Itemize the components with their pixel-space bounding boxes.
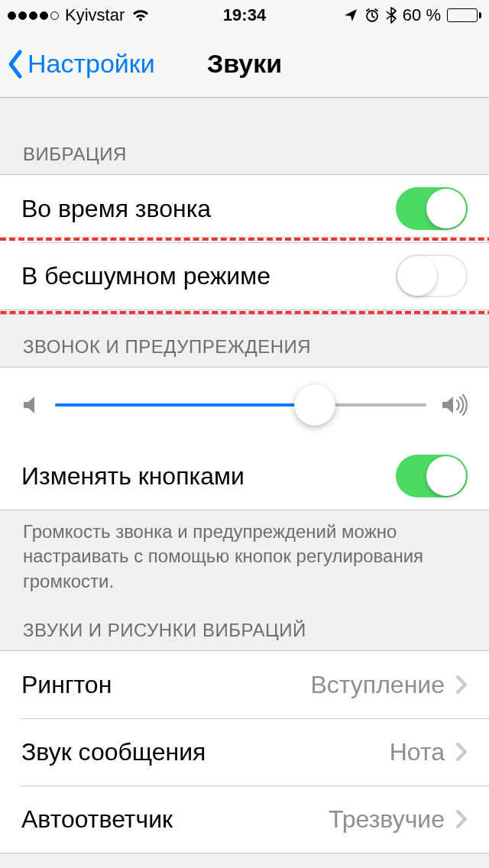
chevron-right-icon	[455, 742, 468, 762]
row-label: Автоответчик	[21, 805, 329, 834]
row-value: Нота	[390, 738, 445, 766]
toggle-vibrate-on-silent[interactable]	[396, 254, 468, 297]
row-label: Изменять кнопками	[21, 462, 396, 491]
chevron-right-icon	[455, 675, 468, 695]
row-sound-pattern[interactable]: РингтонВступление	[0, 651, 489, 718]
navigation-bar: Настройки Звуки	[0, 31, 489, 98]
alarm-icon	[364, 8, 380, 23]
section-footer-ringer: Громкость звонка и предупреждений можно …	[0, 510, 489, 604]
row-value: Вступление	[311, 671, 445, 699]
row-vibrate-on-ring[interactable]: Во время звонка	[0, 175, 489, 242]
status-bar: Kyivstar 19:34 60 %	[0, 0, 489, 31]
group-patterns: РингтонВступлениеЗвук сообщенияНотаАвтоо…	[0, 650, 489, 853]
wifi-icon	[131, 8, 151, 23]
back-label: Настройки	[28, 49, 155, 79]
group-vibration: Во время звонка В бесшумном режиме	[0, 174, 489, 310]
location-icon	[343, 8, 358, 23]
row-sound-pattern[interactable]: АвтоответчикТрезвучие	[0, 785, 489, 853]
row-vibrate-on-silent[interactable]: В бесшумном режиме	[0, 242, 489, 309]
speaker-low-icon	[21, 394, 41, 416]
bluetooth-icon	[386, 7, 397, 24]
battery-percentage: 60 %	[403, 5, 441, 25]
section-header-vibration: ВИБРАЦИЯ	[0, 98, 489, 174]
speaker-high-icon	[440, 394, 468, 416]
chevron-right-icon	[455, 809, 468, 829]
row-sound-pattern[interactable]: Звук сообщенияНота	[0, 718, 489, 785]
signal-strength-icon	[8, 11, 59, 20]
carrier-label: Kyivstar	[65, 5, 125, 25]
toggle-change-with-buttons[interactable]	[396, 455, 468, 497]
toggle-vibrate-on-ring[interactable]	[396, 187, 468, 230]
row-label: Во время звонка	[21, 195, 396, 223]
battery-icon	[447, 8, 481, 22]
row-change-with-buttons[interactable]: Изменять кнопками	[0, 442, 489, 510]
group-ringer: Изменять кнопками	[0, 367, 489, 510]
row-label: В бесшумном режиме	[21, 262, 396, 290]
volume-slider[interactable]	[55, 403, 426, 406]
page-title: Звуки	[207, 49, 282, 79]
row-label: Рингтон	[21, 671, 311, 699]
section-header-patterns: ЗВУКИ И РИСУНКИ ВИБРАЦИЙ	[0, 604, 489, 650]
section-header-ringer: ЗВОНОК И ПРЕДУПРЕЖДЕНИЯ	[0, 310, 489, 367]
row-label: Звук сообщения	[21, 738, 390, 766]
row-value: Трезвучие	[329, 805, 445, 834]
status-time: 19:34	[223, 5, 266, 25]
back-button[interactable]: Настройки	[0, 49, 155, 79]
row-volume-slider	[0, 368, 489, 442]
